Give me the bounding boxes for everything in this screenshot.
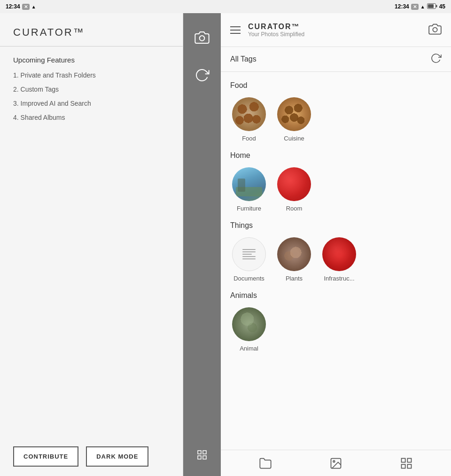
tag-infrastructure-circle bbox=[322, 237, 356, 271]
doc-lines bbox=[240, 246, 258, 262]
tags-bar: All Tags bbox=[221, 47, 451, 72]
dark-mode-button[interactable]: DARK MODE bbox=[86, 446, 148, 467]
battery-level-right: 45 bbox=[439, 3, 445, 10]
category-food-title: Food bbox=[230, 81, 442, 90]
bottom-folders-icon[interactable] bbox=[259, 457, 272, 470]
nav-refresh-icon[interactable] bbox=[183, 56, 221, 94]
bottom-nav bbox=[221, 450, 451, 476]
tag-plants[interactable]: Plants bbox=[275, 237, 313, 282]
category-animals: Animals Animal bbox=[230, 291, 442, 352]
doc-line-4 bbox=[242, 256, 256, 257]
svg-point-10 bbox=[333, 460, 335, 462]
svg-point-8 bbox=[433, 27, 437, 31]
nav-strip-bottom bbox=[183, 443, 221, 467]
tag-plants-label: Plants bbox=[286, 275, 303, 282]
tags-refresh-icon[interactable] bbox=[430, 53, 442, 66]
sidebar-app-title: CURATOR™ bbox=[0, 13, 183, 46]
upcoming-features-title: Upcoming Features bbox=[13, 56, 170, 64]
tag-infrastructure-label: Infrastruc... bbox=[324, 275, 354, 282]
tag-furniture[interactable]: Furniture bbox=[230, 167, 268, 212]
feature-item-4: Shared Albums bbox=[13, 114, 170, 121]
doc-line-1 bbox=[242, 249, 256, 250]
header-subtitle: Your Photos Simplified bbox=[248, 31, 428, 38]
tag-food-circle bbox=[232, 97, 266, 131]
header-title-block: CURATOR™ Your Photos Simplified bbox=[248, 23, 428, 38]
tag-animal[interactable]: Animal bbox=[230, 307, 268, 352]
tag-cuisine-circle bbox=[277, 97, 311, 131]
tag-animal-circle bbox=[232, 307, 266, 341]
tag-documents[interactable]: Documents bbox=[230, 237, 268, 282]
wifi-icon-right bbox=[420, 3, 425, 10]
sidebar: CURATOR™ Upcoming Features Private and T… bbox=[0, 13, 183, 476]
tag-cuisine[interactable]: Cuisine bbox=[275, 97, 313, 142]
category-things-title: Things bbox=[230, 221, 442, 230]
header-camera-icon[interactable] bbox=[428, 23, 442, 38]
time-left: 12:34 bbox=[6, 3, 20, 10]
tag-furniture-circle bbox=[232, 167, 266, 201]
svg-rect-14 bbox=[402, 464, 405, 468]
nav-camera-icon[interactable] bbox=[183, 19, 221, 56]
category-food: Food Food Cuisine bbox=[230, 81, 442, 142]
category-animals-items: Animal bbox=[230, 307, 442, 352]
main-container: CURATOR™ Upcoming Features Private and T… bbox=[0, 13, 451, 476]
x-badge: ✕ bbox=[22, 4, 30, 10]
tag-animal-label: Animal bbox=[240, 345, 258, 352]
svg-rect-2 bbox=[436, 5, 437, 7]
svg-rect-6 bbox=[203, 456, 206, 459]
tag-food-label: Food bbox=[242, 135, 256, 142]
tag-documents-circle bbox=[232, 237, 266, 271]
bottom-photos-icon[interactable] bbox=[329, 457, 342, 470]
tag-documents-label: Documents bbox=[233, 275, 264, 282]
svg-point-3 bbox=[200, 36, 205, 41]
feature-item-3: Improved AI and Search bbox=[13, 100, 170, 107]
header-app-name: CURATOR™ bbox=[248, 23, 428, 31]
x-badge-right: ✕ bbox=[411, 4, 419, 10]
feature-list: Private and Trash Folders Custom Tags Im… bbox=[13, 71, 170, 121]
tag-food[interactable]: Food bbox=[230, 97, 268, 142]
wifi-icon-left bbox=[31, 3, 36, 10]
status-right: 12:34 ✕ 45 bbox=[395, 3, 445, 10]
time-right: 12:34 bbox=[395, 3, 409, 10]
category-animals-title: Animals bbox=[230, 291, 442, 300]
app-header: CURATOR™ Your Photos Simplified bbox=[221, 13, 451, 47]
menu-icon[interactable] bbox=[230, 24, 241, 36]
sidebar-footer: CONTRIBUTE DARK MODE bbox=[0, 437, 183, 476]
doc-line-3 bbox=[242, 254, 252, 255]
doc-line-5 bbox=[242, 258, 256, 259]
nav-strip bbox=[183, 13, 221, 476]
tag-furniture-label: Furniture bbox=[237, 205, 261, 212]
feature-item-1: Private and Trash Folders bbox=[13, 71, 170, 79]
svg-rect-7 bbox=[198, 456, 201, 459]
category-home-items: Furniture Room bbox=[230, 167, 442, 212]
svg-rect-1 bbox=[428, 4, 434, 8]
svg-rect-11 bbox=[402, 458, 405, 462]
category-home-title: Home bbox=[230, 151, 442, 160]
category-home: Home Furniture Room bbox=[230, 151, 442, 212]
tag-room[interactable]: Room bbox=[275, 167, 313, 212]
sidebar-divider bbox=[0, 46, 183, 47]
tag-plants-circle bbox=[277, 237, 311, 271]
bottom-grid-icon[interactable] bbox=[400, 457, 413, 470]
tags-label: All Tags bbox=[230, 55, 430, 63]
category-food-items: Food Cuisine bbox=[230, 97, 442, 142]
tag-infrastructure[interactable]: Infrastruc... bbox=[320, 237, 358, 282]
upcoming-features-section: Upcoming Features Private and Trash Fold… bbox=[0, 56, 183, 437]
tag-cuisine-label: Cuisine bbox=[284, 135, 304, 142]
feature-item-2: Custom Tags bbox=[13, 86, 170, 93]
content-scroll[interactable]: Food Food Cuisine bbox=[221, 72, 451, 450]
svg-rect-13 bbox=[407, 464, 411, 468]
svg-rect-5 bbox=[203, 451, 206, 454]
category-things-items: Documents Plants Infrastruc... bbox=[230, 237, 442, 282]
tag-room-label: Room bbox=[286, 205, 303, 212]
main-content: CURATOR™ Your Photos Simplified All Tags bbox=[221, 13, 451, 476]
category-things: Things Documents bbox=[230, 221, 442, 282]
nav-bottom-icon[interactable] bbox=[183, 443, 221, 467]
svg-rect-4 bbox=[198, 451, 201, 454]
contribute-button[interactable]: CONTRIBUTE bbox=[13, 446, 78, 467]
status-bar: 12:34 ✕ 12:34 ✕ 45 bbox=[0, 0, 451, 13]
status-left: 12:34 ✕ bbox=[6, 3, 36, 10]
doc-line-2 bbox=[242, 251, 256, 252]
tag-room-circle bbox=[277, 167, 311, 201]
svg-rect-12 bbox=[407, 458, 411, 462]
battery-icon bbox=[427, 3, 437, 10]
